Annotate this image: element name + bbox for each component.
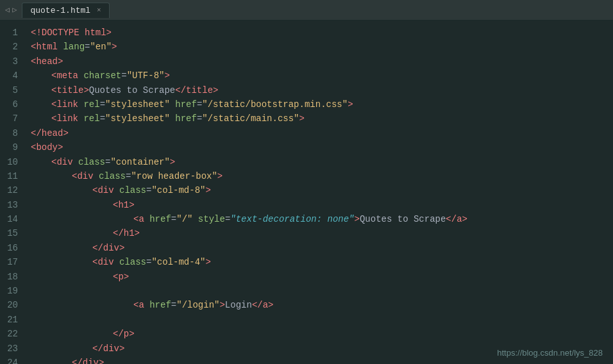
code-line: <link rel="stylesheet" href="/static/boo… bbox=[26, 97, 613, 112]
code-line: <div class="col-md-8"> bbox=[26, 183, 613, 197]
code-line: <title>Quotes to Scrape</title> bbox=[26, 83, 613, 97]
code-line bbox=[26, 313, 613, 327]
editor-body: 123456789101112131415161718192021222324 … bbox=[0, 21, 613, 364]
code-line: <meta charset="UTF-8"> bbox=[26, 69, 613, 83]
code-line: <body> bbox=[26, 140, 613, 154]
code-line: <link rel="stylesheet" href="/static/mai… bbox=[26, 112, 613, 126]
code-line: </h1> bbox=[26, 226, 613, 240]
code-line: <div class="container"> bbox=[26, 155, 613, 169]
arrow-left-icon[interactable]: ◁ bbox=[5, 5, 10, 15]
line-numbers: 123456789101112131415161718192021222324 bbox=[0, 21, 26, 364]
code-line: <!DOCTYPE html> bbox=[26, 26, 613, 40]
code-line: <a href="/" style="text-decoration: none… bbox=[26, 212, 613, 226]
code-line: </div> bbox=[26, 241, 613, 255]
tab-close-button[interactable]: × bbox=[97, 6, 101, 14]
editor-tab[interactable]: quote-1.html × bbox=[22, 3, 109, 18]
code-line: <head> bbox=[26, 54, 613, 69]
code-line: <html lang="en"> bbox=[26, 40, 613, 54]
code-line: <div class="col-md-4"> bbox=[26, 255, 613, 269]
watermark: https://blog.csdn.net/lys_828 bbox=[497, 348, 603, 358]
title-bar: ◁ ▷ quote-1.html × bbox=[0, 0, 613, 21]
title-bar-controls: ◁ ▷ bbox=[5, 5, 17, 15]
code-line: <div class="row header-box"> bbox=[26, 169, 613, 183]
code-line: </p> bbox=[26, 327, 613, 341]
code-line bbox=[26, 284, 613, 298]
editor-window: ◁ ▷ quote-1.html × 123456789101112131415… bbox=[0, 0, 613, 364]
code-line: <a href="/login">Login</a> bbox=[26, 298, 613, 312]
arrow-right-icon[interactable]: ▷ bbox=[12, 5, 17, 15]
tab-filename: quote-1.html bbox=[30, 6, 90, 15]
code-line: <p> bbox=[26, 270, 613, 284]
code-line: </head> bbox=[26, 126, 613, 140]
code-area: <!DOCTYPE html><html lang="en"><head><me… bbox=[26, 21, 613, 364]
code-line: <h1> bbox=[26, 198, 613, 212]
